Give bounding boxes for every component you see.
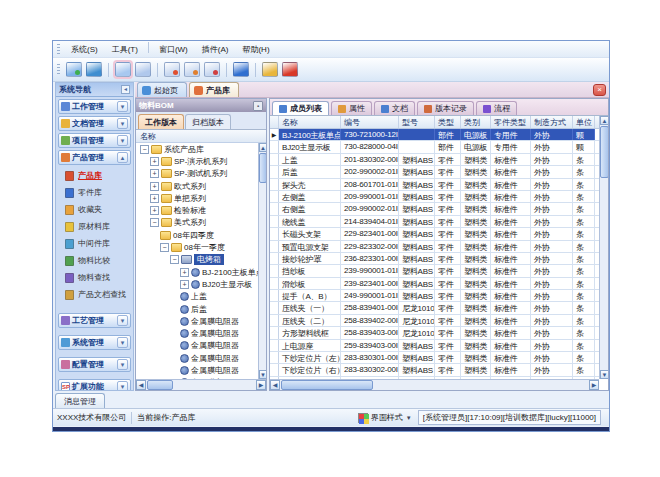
expand-icon[interactable]: + [150, 182, 159, 191]
chevron-down-icon[interactable]: ▾ [117, 118, 128, 129]
sidebar-item-产品库[interactable]: 产品库 [56, 167, 133, 184]
column-header-编号[interactable]: 编号 [341, 116, 399, 128]
table-row[interactable]: 右侧盖209-990002-01I塑料ABS零件塑料类标准件外协条 [270, 203, 599, 215]
sidebar-item-零件库[interactable]: 零件库 [56, 184, 133, 201]
sidebar-item-物料比较[interactable]: 物料比较 [56, 252, 133, 269]
tab-流程[interactable]: 流程 [476, 101, 517, 115]
table-row[interactable]: 挡纱板239-990001-01I塑料ABS零件塑料类标准件外协条 [270, 265, 599, 277]
tab-工作版本[interactable]: 工作版本 [138, 114, 184, 129]
scroll-left-icon[interactable]: ◀ [136, 380, 146, 390]
table-row[interactable]: 上盖201-830302-00I塑料ABS零件塑料类标准件外协条 [270, 154, 599, 166]
tree-vertical-scrollbar[interactable]: ▲ ▼ [258, 143, 266, 379]
sidebar-item-收藏夹[interactable]: 收藏夹 [56, 201, 133, 218]
tree-column-header[interactable]: 名称 [136, 130, 266, 143]
pin-icon[interactable]: ▪ [253, 101, 263, 111]
desktop-icon[interactable] [66, 62, 82, 77]
chevron-down-icon[interactable]: ▾ [117, 315, 128, 326]
table-row[interactable]: 下纱定位片（右）283-830302-00I塑料ABS零件塑料类标准件外协条 [270, 364, 599, 376]
tree-node-单把系列[interactable]: +单把系列 [136, 192, 258, 204]
tree-node-金属膜电阻器[interactable]: 金属膜电阻器 [136, 340, 258, 352]
sidebar-group-工作管理[interactable]: 工作管理▾ [58, 99, 131, 114]
tab-成员列表[interactable]: 成员列表 [272, 101, 329, 115]
toolbar-grip[interactable] [57, 64, 60, 75]
grid-vscroll-thumb[interactable] [600, 126, 608, 178]
column-header-制造方式[interactable]: 制造方式 [531, 116, 573, 128]
tree-node-金属膜电阻器[interactable]: 金属膜电阻器 [136, 327, 258, 339]
menu-item[interactable]: 系统(S) [64, 42, 105, 57]
sidebar-group-产品管理[interactable]: 产品管理▴ [58, 150, 131, 165]
tab-message-management[interactable]: 消息管理 [55, 393, 105, 408]
sidebar-group-项目管理[interactable]: 项目管理▾ [58, 133, 131, 148]
tab-归档版本[interactable]: 归档版本 [185, 114, 231, 129]
table-row[interactable]: 下纱定位片（左）283-830301-00I塑料ABS零件塑料类标准件外协条 [270, 352, 599, 364]
scroll-up-icon[interactable]: ▲ [600, 116, 608, 125]
table-row[interactable]: 探头壳208-601701-01I塑料ABS零件塑料类标准件外协条 [270, 179, 599, 191]
interface-style-label[interactable]: 界面样式 [371, 412, 403, 423]
tree-node-SP-测试机系列[interactable]: +SP-测试机系列 [136, 168, 258, 180]
table-row[interactable]: 压线夹（一）258-839401-00I尼龙1010零件塑料类标准件外协条 [270, 302, 599, 314]
tree-node-上盖[interactable]: 上盖 [136, 291, 258, 303]
window-icon[interactable] [115, 62, 131, 77]
grid-vertical-scrollbar[interactable]: ▲ ▼ [599, 116, 608, 379]
column-header-类型[interactable]: 类型 [435, 116, 461, 128]
table-row[interactable]: 提手（A、B）249-990001-01I塑料ABS零件塑料类标准件外协条 [270, 290, 599, 302]
table-row[interactable]: 预置电源支架229-823302-00I塑料ABS零件塑料类标准件外协条 [270, 241, 599, 253]
tree-node-欧式系列[interactable]: +欧式系列 [136, 180, 258, 192]
window-alert-icon[interactable] [184, 62, 200, 77]
tree-vscroll-thumb[interactable] [259, 153, 266, 183]
sidebar-collapse-icon[interactable]: ◂ [121, 85, 130, 94]
expand-icon[interactable]: + [150, 169, 159, 178]
expand-icon[interactable]: + [150, 206, 159, 215]
tab-起始页[interactable]: 起始页 [137, 82, 187, 97]
scroll-down-icon[interactable]: ▼ [600, 370, 608, 379]
scroll-left-icon[interactable]: ◀ [270, 380, 280, 390]
tree-node-检验标准[interactable]: +检验标准 [136, 204, 258, 216]
table-row[interactable]: 长磁头支架229-823401-00I塑料ABS零件塑料类标准件外协条 [270, 228, 599, 240]
tab-属性[interactable]: 属性 [331, 101, 372, 115]
tree-hscroll-thumb[interactable] [147, 380, 173, 390]
scroll-right-icon[interactable]: ▶ [589, 380, 599, 390]
tree-node-SP-演示机系列[interactable]: +SP-演示机系列 [136, 155, 258, 167]
lock-icon[interactable] [262, 62, 278, 77]
expand-icon[interactable]: + [180, 268, 189, 277]
sidebar-group-工艺管理[interactable]: 工艺管理▾ [58, 313, 131, 328]
tree-node-08年一季度[interactable]: −08年一季度 [136, 241, 258, 253]
chevron-up-icon[interactable]: ▴ [117, 152, 128, 163]
globe-icon[interactable] [86, 62, 102, 77]
tree-node-金属膜电阻器[interactable]: 金属膜电阻器 [136, 352, 258, 364]
expand-icon[interactable]: + [150, 194, 159, 203]
window-mail-icon[interactable] [164, 62, 180, 77]
sidebar-item-原材料库[interactable]: 原材料库 [56, 218, 133, 235]
table-row[interactable]: 接纱轮护罩236-823301-00I塑料ABS零件塑料类标准件外协条 [270, 253, 599, 265]
tree-node-系统产品库[interactable]: −系统产品库 [136, 143, 258, 155]
menu-item[interactable]: 帮助(H) [235, 42, 276, 57]
table-row[interactable]: 滑纱板239-823401-00I塑料ABS零件塑料类标准件外协条 [270, 278, 599, 290]
expand-icon[interactable]: + [150, 157, 159, 166]
table-row[interactable]: 左侧盖209-990001-01I塑料ABS零件塑料类标准件外协条 [270, 191, 599, 203]
column-header-型号[interactable]: 型号 [399, 116, 435, 128]
collapse-icon[interactable]: − [140, 145, 149, 154]
tree-node-BJ20主显示板[interactable]: +BJ20主显示板 [136, 278, 258, 290]
scroll-right-icon[interactable]: ▶ [256, 380, 266, 390]
collapse-icon[interactable]: − [170, 255, 179, 264]
tree-node-后盖[interactable]: 后盖 [136, 303, 258, 315]
sidebar-group-系统管理[interactable]: 系统管理▾ [58, 335, 131, 350]
chevron-down-icon[interactable]: ▼ [406, 415, 412, 421]
menu-item[interactable]: 窗口(W) [152, 42, 195, 57]
sidebar-group-扩展功能[interactable]: SP扩展功能▾ [58, 379, 131, 391]
table-row[interactable]: ▶BJ-2100主板单点730-721000-12I部件电源板专用件外协颗 [270, 129, 599, 141]
menubar-grip[interactable] [57, 44, 60, 55]
grid-horizontal-scrollbar[interactable]: ◀ ▶ [270, 379, 599, 390]
collapse-icon[interactable]: − [160, 243, 169, 252]
grid-hscroll-thumb[interactable] [281, 380, 373, 390]
table-row[interactable]: 后盖202-990002-01I塑料ABS零件塑料类标准件外协条 [270, 166, 599, 178]
chevron-down-icon[interactable]: ▾ [117, 337, 128, 348]
sidebar-group-配置管理[interactable]: 配置管理▾ [58, 357, 131, 372]
tab-文档[interactable]: 文档 [374, 101, 415, 115]
menu-item[interactable]: 工具(T) [105, 42, 145, 57]
column-header-名称[interactable]: 名称 [279, 116, 341, 128]
scroll-down-icon[interactable]: ▼ [259, 370, 266, 379]
table-row[interactable]: 压线夹（二）258-839402-00I尼龙1010零件塑料类标准件外协条 [270, 315, 599, 327]
window-task-icon[interactable] [204, 62, 220, 77]
tree-node-金属膜电阻器[interactable]: 金属膜电阻器 [136, 364, 258, 376]
